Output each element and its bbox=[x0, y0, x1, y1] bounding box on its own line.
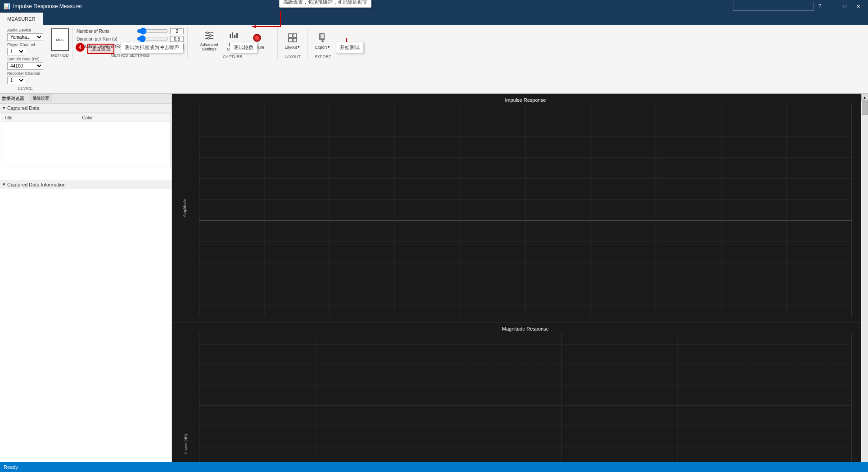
audio-device-control: Audio Device Yamaha... bbox=[7, 28, 43, 41]
captured-info-header[interactable]: ▾ Captured Data Information bbox=[0, 180, 172, 189]
magnitude-y-label: Power (dB) bbox=[184, 434, 188, 454]
callout-3-tooltip: 测试轮数 bbox=[230, 42, 258, 53]
ribbon-tabs: MEASURER bbox=[0, 13, 868, 25]
recorder-channel-select[interactable]: 1 bbox=[7, 77, 25, 84]
export-group: Export ▼ EXPORT bbox=[308, 27, 338, 60]
scroll-up-button[interactable]: ▲ bbox=[861, 94, 868, 101]
callout-2-tooltip: 测试为扫频或为冲击噪声 bbox=[121, 42, 183, 53]
callout-1-tooltip: 开始测试 bbox=[336, 42, 364, 53]
tab-measurer[interactable]: MEASURER bbox=[0, 13, 43, 25]
callout-4: 4 bbox=[76, 43, 85, 52]
scroll-thumb[interactable] bbox=[862, 101, 868, 115]
sample-rate-control: Sample Rate (Hz) 44100 bbox=[7, 57, 43, 70]
chart-area: Impulse Response bbox=[172, 94, 861, 472]
captured-data-section: ▾ Captured Data Title Color bbox=[0, 104, 172, 180]
sample-rate-select[interactable]: 44100 bbox=[7, 62, 43, 70]
settings-icon bbox=[203, 29, 216, 41]
num-runs-value[interactable] bbox=[170, 28, 184, 34]
num-runs-row: Number of Runs bbox=[77, 28, 184, 34]
maximize-button[interactable]: □ bbox=[838, 2, 851, 11]
svg-rect-15 bbox=[293, 38, 297, 42]
impulse-response-canvas: 0.8 0.6 0.4 0.2 0 -0.2 -0.4 -0.6 -0.8 0 … bbox=[199, 104, 852, 316]
svg-rect-9 bbox=[236, 33, 238, 38]
ribbon-search[interactable] bbox=[733, 2, 814, 11]
svg-rect-13 bbox=[293, 34, 297, 37]
export-icon bbox=[316, 32, 329, 44]
sidebar-toolbar: 数据浏览器 通道设置 bbox=[0, 94, 172, 104]
magnitude-svg: 80 70 60 50 40 30 20 10 0 -10 -20 10² 10… bbox=[199, 333, 852, 472]
duration-row: Duration per Run (s) bbox=[77, 36, 184, 42]
ribbon-content: Audio Device Yamaha... Player Channel 1 … bbox=[0, 25, 868, 94]
captured-data-content: Title Color bbox=[0, 113, 172, 168]
device-group: Audio Device Yamaha... Player Channel 1 … bbox=[4, 27, 47, 91]
captured-info-section: ▾ Captured Data Information bbox=[0, 180, 172, 472]
captured-data-tbody bbox=[1, 122, 171, 167]
status-text: Ready bbox=[4, 464, 18, 470]
impulse-response-panel: Impulse Response bbox=[172, 94, 861, 322]
player-channel-control: Player Channel 1 bbox=[7, 42, 35, 55]
svg-rect-8 bbox=[234, 35, 235, 38]
audio-device-select[interactable]: Yamaha... bbox=[7, 33, 43, 41]
sidebar: 数据浏览器 通道设置 ▾ Captured Data Title bbox=[0, 94, 172, 472]
impulse-response-title: Impulse Response bbox=[199, 97, 852, 103]
svg-point-11 bbox=[255, 36, 259, 40]
magnitude-response-canvas: 80 70 60 50 40 30 20 10 0 -10 -20 10² 10… bbox=[199, 333, 852, 472]
level-monitor-icon bbox=[227, 29, 240, 41]
col-title: Title bbox=[1, 114, 79, 122]
minimize-button[interactable]: — bbox=[825, 2, 837, 11]
svg-point-5 bbox=[208, 37, 209, 39]
svg-rect-12 bbox=[289, 34, 292, 37]
svg-rect-6 bbox=[230, 34, 231, 38]
mls-button[interactable]: MLS bbox=[51, 28, 69, 51]
svg-rect-17 bbox=[321, 34, 324, 39]
duration-value[interactable] bbox=[170, 36, 184, 42]
method-group: MLS METHOD bbox=[47, 27, 73, 59]
advanced-settings-button[interactable]: Advanced Settings bbox=[197, 28, 222, 53]
magnitude-response-title: Magnitude Response bbox=[199, 326, 852, 331]
title-bar: 📊 Impulse Response Measurer ? — □ ✕ bbox=[0, 0, 868, 13]
num-runs-slider[interactable] bbox=[137, 28, 168, 34]
svg-point-3 bbox=[207, 32, 208, 34]
svg-point-4 bbox=[209, 35, 211, 36]
player-channel-select[interactable]: 1 bbox=[7, 48, 25, 55]
status-bar: Ready bbox=[0, 462, 868, 472]
captured-info-content bbox=[0, 189, 172, 270]
export-button[interactable]: Export ▼ bbox=[312, 28, 334, 53]
svg-rect-62 bbox=[199, 333, 852, 472]
impulse-svg: 0.8 0.6 0.4 0.2 0 -0.2 -0.4 -0.6 -0.8 0 … bbox=[199, 104, 852, 316]
svg-rect-7 bbox=[232, 32, 233, 38]
svg-rect-14 bbox=[289, 38, 292, 42]
scroll-track[interactable] bbox=[862, 101, 868, 472]
window-title: Impulse Response Measurer bbox=[13, 3, 82, 9]
channel-settings-button[interactable]: 通道设置 bbox=[30, 95, 52, 102]
window-icon: 📊 bbox=[4, 3, 10, 9]
right-scrollbar: ▲ ▼ bbox=[861, 94, 868, 472]
duration-slider[interactable] bbox=[137, 36, 168, 42]
close-button[interactable]: ✕ bbox=[852, 2, 864, 11]
captured-data-header[interactable]: ▾ Captured Data bbox=[0, 104, 172, 113]
recorder-channel-control: Recorder Channel 1 bbox=[7, 71, 40, 84]
col-color: Color bbox=[79, 114, 171, 122]
svg-marker-105 bbox=[251, 25, 256, 28]
captured-data-table: Title Color bbox=[1, 113, 171, 167]
callout-5-tooltip: 高级设置，包括预缓冲，和消除延迟等 bbox=[279, 0, 371, 8]
callout-5-arrow bbox=[251, 11, 296, 33]
main-area: 数据浏览器 通道设置 ▾ Captured Data Title bbox=[0, 94, 868, 472]
help-button[interactable]: ? bbox=[815, 1, 825, 11]
magnitude-response-panel: Magnitude Response bbox=[172, 322, 861, 472]
impulse-y-label: Amplitude bbox=[182, 199, 187, 217]
